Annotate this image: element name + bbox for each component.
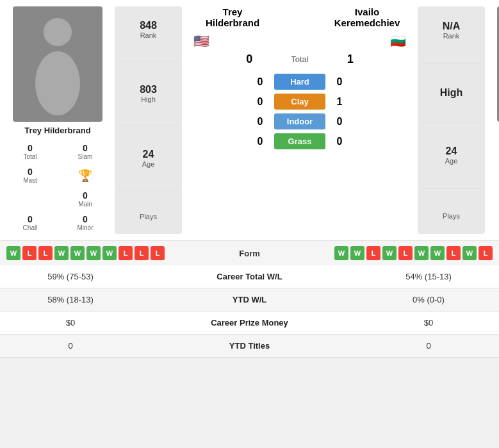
form-badge-w: W [414,246,429,260]
left-minor-cell: 0 Minor [58,212,112,234]
right-total-value: 0 [489,143,499,153]
stat-right-0: 54% (15-13) [358,265,499,288]
left-age-label: Age [142,160,155,168]
right-mast-cell: 0 Mast [487,164,499,187]
surface-row-hard: 0 Hard 0 [184,74,415,90]
form-badge-w: W [6,246,20,260]
form-badge-w: W [86,246,101,260]
left-high-block: 803 High [140,84,157,103]
left-plays-block: Plays [140,213,157,220]
surface-row-indoor: 0 Indoor 0 [184,113,415,129]
left-name-header: Trey Hilderbrand [191,6,274,28]
names-row: Trey Hilderbrand Ivailo Keremedchiev [184,6,415,28]
stat-key-2: Career Prize Money [141,311,358,335]
form-label: Form [231,249,269,258]
left-high-value: 803 [140,84,157,95]
total-label: Total [291,54,308,64]
right-indoor-score: 0 [332,116,347,128]
left-player-name: Trey Hilderbrand [24,126,90,135]
right-flag: 🇧🇬 [390,33,406,49]
svg-point-1 [35,51,80,115]
right-rank-value: N/A [443,21,461,32]
right-name-line2: Keremedchiev [325,17,409,28]
form-badge-w: W [382,246,397,260]
form-section: WLLWWWWLLL Form WWLWLWWLWL [0,240,499,265]
right-info-panel: N/A Rank High 24 Age Plays [418,6,485,234]
left-plays-label: Plays [140,213,157,220]
hard-surface-btn[interactable]: Hard [274,74,325,90]
right-name-line1: Ivailo [325,6,409,17]
left-main-value: 0 [60,190,111,201]
right-chall-value: 0 [489,214,499,224]
right-form-badges: WWLWLWWLWL [334,246,493,260]
form-badge-l: L [135,246,149,260]
stat-key-1: YTD W/L [141,288,358,311]
left-form-badges: WLLWWWWLLL [6,246,165,260]
form-badge-l: L [22,246,37,260]
right-chall-label: Chall [489,224,499,231]
left-chall-label: Chall [4,224,56,231]
form-badge-w: W [430,246,445,260]
left-mast-value: 0 [4,167,56,177]
stat-left-1: 58% (18-13) [0,288,141,311]
divider-3 [119,190,178,190]
left-high-label: High [140,95,157,103]
form-badge-w: W [102,246,117,260]
table-row: 0 YTD Titles 0 [0,335,499,358]
surface-row-clay: 0 Clay 1 [184,94,415,110]
flags-row: 🇺🇸 🇧🇬 [184,31,415,49]
right-rank-block: N/A Rank [443,21,461,40]
left-minor-value: 0 [60,214,111,224]
right-age-block: 24 Age [445,145,458,165]
divider-r2 [421,122,481,122]
form-badge-l: L [398,246,413,260]
stats-table: 59% (75-53) Career Total W/L 54% (15-13)… [0,265,499,358]
left-slam-value: 0 [60,143,111,153]
left-name-line2: Hilderbrand [191,17,274,28]
grass-surface-btn[interactable]: Grass [274,133,325,149]
right-high-value: High [440,87,463,99]
svg-point-0 [44,18,72,46]
left-slam-label: Slam [60,153,111,160]
total-row: 0 Total 1 [184,53,415,66]
form-badge-w: W [462,246,477,260]
form-badge-l: L [366,246,380,260]
right-age-value: 24 [445,145,458,157]
stat-key-0: Career Total W/L [141,265,358,288]
surface-row-grass: 0 Grass 0 [184,133,415,149]
table-row: $0 Career Prize Money $0 [0,311,499,335]
stat-key-3: YTD Titles [141,335,358,358]
divider-r1 [421,63,481,63]
center-area: Trey Hilderbrand Ivailo Keremedchiev 🇺🇸 … [184,6,415,234]
left-chall-cell: 0 Chall [3,212,57,234]
top-section: Trey Hilderbrand 0 Total 0 Slam 0 Mast 🏆 [0,0,499,240]
divider-2 [119,126,178,126]
right-high-block: High [440,87,463,99]
form-badge-l: L [38,246,53,260]
right-mast-value: 0 [489,167,499,177]
left-trophy-icon: 🏆 [78,169,92,183]
form-badge-w: W [70,246,85,260]
left-total-value: 0 [4,143,56,153]
left-chall-value: 0 [4,214,56,224]
stat-right-1: 0% (0-0) [358,288,499,311]
clay-surface-btn[interactable]: Clay [274,94,325,110]
stat-right-3: 0 [358,335,499,358]
right-chall-cell: 0 Chall [487,212,499,234]
left-mast-label: Mast [4,177,56,184]
surface-rows: 0 Hard 0 0 Clay 1 0 Indoor 0 0 Grass 0 [184,74,415,149]
left-rank-block: 848 Rank [140,20,157,39]
left-total-label: Total [4,153,56,160]
right-age-label: Age [445,157,458,165]
stat-left-2: $0 [0,311,141,335]
right-total-cell: 0 Total [487,140,499,163]
left-age-value: 24 [142,149,155,160]
indoor-surface-btn[interactable]: Indoor [274,113,325,129]
right-total-label: Total [489,153,499,160]
left-rank-value: 848 [140,20,157,31]
right-plays-block: Plays [443,212,460,220]
right-hard-score: 0 [332,76,347,88]
left-player-stats: 0 Total 0 Slam 0 Mast 🏆 0 Main [3,140,112,234]
right-clay-score: 1 [332,96,347,108]
stat-right-2: $0 [358,311,499,335]
